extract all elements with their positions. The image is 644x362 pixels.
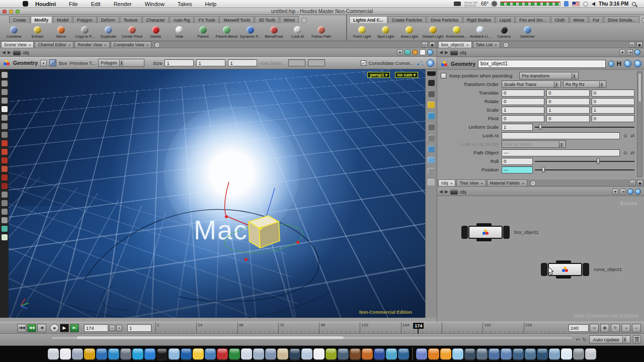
viewport-toolbox-icon[interactable]	[2, 80, 8, 86]
dock-app-icon[interactable]	[241, 348, 252, 359]
node-body[interactable]	[468, 226, 503, 239]
viewport-option-icon[interactable]	[428, 113, 435, 119]
context-dropdown-icon[interactable]: ▾	[40, 60, 47, 66]
viewport-option-icon[interactable]	[428, 146, 435, 152]
viewport-toolbox-icon[interactable]	[2, 132, 8, 138]
shelf-tool-button[interactable]: Delete	[144, 26, 168, 39]
dock-app-icon[interactable]	[229, 348, 240, 359]
pane-tab[interactable]: box_object1×	[438, 41, 472, 48]
window-title-bar[interactable]: untitled.hip - Houdini Master Non-Commer…	[0, 8, 644, 15]
activity-graph-icon[interactable]	[500, 2, 560, 6]
dock-app-icon[interactable]	[205, 348, 216, 359]
rotate-z-field[interactable]: 0	[592, 98, 634, 105]
shelf-tool-button[interactable]: Point Light	[350, 26, 374, 39]
translate-x-field[interactable]: 0	[502, 89, 544, 97]
viewport-toolbox-icon[interactable]	[2, 140, 8, 146]
frame-increment-button[interactable]: +	[116, 325, 122, 331]
pane-tab[interactable]: Scene View×	[1, 41, 34, 48]
viewport-toolbox-icon[interactable]	[2, 226, 8, 232]
dock-app-icon[interactable]	[573, 348, 584, 359]
scale-z-field[interactable]: 1	[592, 107, 634, 114]
dock-app-icon[interactable]	[132, 348, 143, 359]
playback-button[interactable]: ■	[50, 324, 59, 332]
end-frame-field[interactable]: 240	[569, 324, 589, 332]
node-chooser-icon[interactable]: ⊙	[623, 150, 627, 155]
layout-icon[interactable]	[420, 49, 426, 55]
transform-order-select[interactable]: Scale Rot Trans▲▼	[502, 80, 561, 88]
shelf-tab[interactable]: Texture	[120, 16, 142, 23]
look-at-field[interactable]	[502, 132, 620, 139]
loop-mode-button[interactable]: ↻	[611, 324, 620, 332]
pane-tab[interactable]: Take List×	[473, 41, 500, 48]
current-frame-badge[interactable]: 174	[413, 323, 424, 329]
shelf-tab[interactable]: Modify	[31, 16, 52, 23]
menu-item[interactable]: Window	[145, 1, 165, 7]
shelf-tool-button[interactable]: Duplicate	[97, 26, 120, 39]
pane-tab[interactable]: /obj×	[438, 179, 455, 186]
nav-back-icon[interactable]: ◀	[439, 50, 443, 55]
viewport-toolbox-icon[interactable]	[2, 149, 8, 155]
viewport-toolbox-icon[interactable]	[2, 123, 8, 129]
viewport-option-icon[interactable]	[428, 102, 435, 108]
dock-app-icon[interactable]	[84, 348, 95, 359]
points-icon[interactable]	[416, 59, 424, 66]
network-node-box[interactable]: box_object1	[461, 226, 539, 239]
menu-item[interactable]: Help	[205, 1, 217, 7]
shelf-scroll-left-icon[interactable]: ◂	[642, 18, 644, 23]
input-language-flag-icon[interactable]	[572, 2, 580, 7]
apple-icon[interactable]	[23, 1, 28, 7]
size-z-field[interactable]: 1	[228, 59, 257, 66]
viewport-camera-badge[interactable]: persp1 ▾	[367, 72, 390, 78]
shelf-tab[interactable]: Create	[9, 16, 30, 23]
viewport-option-icon[interactable]	[428, 90, 435, 97]
viewport-toolbox-icon[interactable]	[2, 209, 8, 215]
dock-app-icon[interactable]	[181, 348, 192, 359]
close-tab-icon[interactable]: ×	[146, 43, 149, 47]
shelf-tab[interactable]: Liquid	[496, 16, 515, 23]
menu-item[interactable]: File	[69, 1, 78, 7]
pretransform-select[interactable]: Pre-transform▲▼	[519, 72, 579, 79]
spotlight-search-icon[interactable]	[632, 2, 636, 6]
dock-app-icon[interactable]	[452, 348, 463, 359]
frame-decrement-button[interactable]: −	[109, 325, 115, 331]
shelf-tool-button[interactable]: Environme...	[445, 26, 468, 39]
scale-y-field[interactable]: 1	[546, 107, 589, 114]
realtime-toggle-button[interactable]: ◉	[600, 324, 609, 332]
pane-tab[interactable]: Tree View×	[456, 179, 486, 186]
dock-app-icon[interactable]	[537, 348, 548, 359]
maximize-pane-icon[interactable]: ▭	[629, 42, 635, 48]
viewport-option-icon[interactable]	[428, 168, 435, 174]
dock-app-icon[interactable]	[253, 348, 264, 359]
viewport-toolbox-icon[interactable]	[2, 72, 8, 78]
dock-app-icon[interactable]	[513, 348, 524, 359]
temperature-status[interactable]: 68°	[481, 1, 489, 7]
bluetooth-icon[interactable]	[564, 1, 569, 7]
path-object-field[interactable]: ---	[502, 149, 620, 156]
update-mode-select[interactable]: Auto Update▲▼	[589, 335, 630, 343]
scale-x-field[interactable]: 1	[502, 107, 544, 114]
scrollbar-thumb[interactable]	[77, 336, 344, 339]
dock-app-icon[interactable]	[120, 348, 131, 359]
consolidate-checkbox[interactable]: ✓	[361, 60, 366, 66]
viewport-option-icon[interactable]	[428, 157, 435, 163]
dock-app-icon[interactable]	[265, 348, 276, 359]
shelf-tab[interactable]: Polygon	[73, 16, 97, 23]
dock-app-icon[interactable]	[561, 348, 572, 359]
dock-app-icon[interactable]	[193, 348, 204, 359]
shelf-tab[interactable]: 3D Tools	[255, 16, 279, 23]
pane-link-icon[interactable]	[627, 189, 633, 195]
dock-app-icon[interactable]	[440, 348, 451, 359]
houdini-engine-icon[interactable]: H	[617, 60, 621, 67]
param-scrollbar[interactable]	[637, 71, 642, 177]
viewport-toolbox-icon[interactable]	[2, 98, 8, 104]
viewport-toolbox-icon[interactable]	[2, 115, 8, 121]
dock-app-icon[interactable]	[398, 348, 409, 359]
node-left-flag[interactable]	[461, 226, 468, 239]
jump-to-node-icon[interactable]: ⇄	[630, 133, 634, 138]
scrollbar-thumb[interactable]	[638, 73, 641, 102]
shelf-tab[interactable]: Wires	[280, 16, 299, 23]
viewport-toolbox-icon[interactable]	[2, 166, 8, 172]
dock-app-icon[interactable]	[428, 348, 439, 359]
shelf-tab[interactable]: Lights And C...	[349, 16, 387, 23]
translate-y-field[interactable]: 0	[546, 89, 589, 97]
